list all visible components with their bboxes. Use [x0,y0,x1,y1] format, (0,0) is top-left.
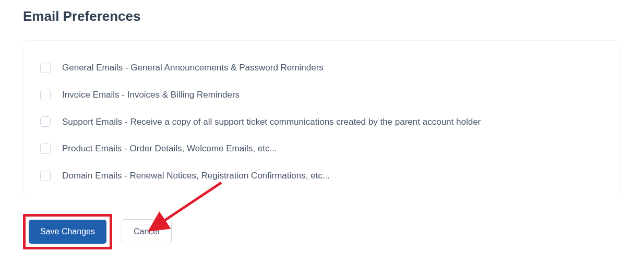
pref-row-invoice: Invoice Emails - Invoices & Billing Remi… [40,89,604,101]
cancel-button[interactable]: Cancel [122,219,172,244]
annotation-highlight-box: Save Changes [23,214,112,249]
pref-label-domain: Domain Emails - Renewal Notices, Registr… [62,170,330,182]
pref-row-general: General Emails - General Announcements &… [40,62,604,74]
checkbox-domain[interactable] [40,171,51,181]
checkbox-general[interactable] [40,63,51,73]
pref-label-support: Support Emails - Receive a copy of all s… [62,116,481,128]
checkbox-support[interactable] [40,116,51,127]
checkbox-product[interactable] [40,144,51,154]
section-title: Email Preferences [23,8,621,25]
button-row: Save Changes Cancel [23,214,621,249]
checkbox-invoice[interactable] [40,90,51,100]
pref-row-support: Support Emails - Receive a copy of all s… [40,116,604,128]
email-preferences-container: Email Preferences General Emails - Gener… [0,0,644,265]
pref-label-general: General Emails - General Announcements &… [62,62,324,74]
pref-label-invoice: Invoice Emails - Invoices & Billing Remi… [62,89,240,101]
pref-label-product: Product Emails - Order Details, Welcome … [62,142,277,155]
pref-row-product: Product Emails - Order Details, Welcome … [40,142,604,155]
save-button[interactable]: Save Changes [29,220,106,244]
preferences-card: General Emails - General Announcements &… [23,40,621,197]
pref-row-domain: Domain Emails - Renewal Notices, Registr… [40,170,604,182]
